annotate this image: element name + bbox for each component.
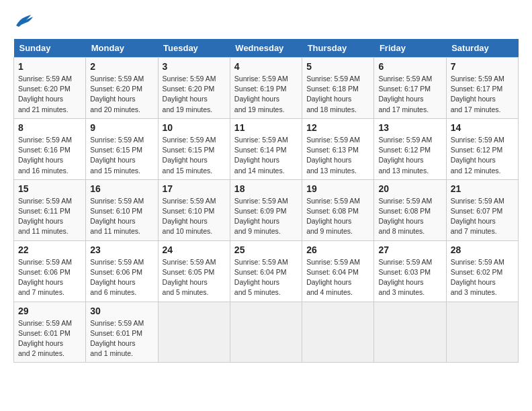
calendar-cell: 28 Sunrise: 5:59 AM Sunset: 6:02 PM Dayl… bbox=[446, 240, 518, 302]
calendar-header-thursday: Thursday bbox=[302, 39, 374, 58]
day-number: 30 bbox=[90, 306, 153, 316]
calendar-week-3: 15 Sunrise: 5:59 AM Sunset: 6:11 PM Dayl… bbox=[14, 179, 519, 240]
day-number: 13 bbox=[378, 122, 441, 133]
calendar-week-1: 1 Sunrise: 5:59 AM Sunset: 6:20 PM Dayli… bbox=[14, 58, 519, 119]
calendar-cell: 22 Sunrise: 5:59 AM Sunset: 6:06 PM Dayl… bbox=[14, 240, 86, 302]
day-number: 11 bbox=[234, 122, 298, 133]
calendar-cell: 20 Sunrise: 5:59 AM Sunset: 6:08 PM Dayl… bbox=[374, 179, 446, 240]
day-number: 18 bbox=[234, 183, 298, 194]
calendar-cell bbox=[446, 302, 518, 363]
day-number: 27 bbox=[378, 244, 441, 255]
day-info: Sunrise: 5:59 AM Sunset: 6:13 PM Dayligh… bbox=[306, 135, 369, 176]
calendar-cell: 23 Sunrise: 5:59 AM Sunset: 6:06 PM Dayl… bbox=[86, 240, 158, 302]
calendar-cell: 16 Sunrise: 5:59 AM Sunset: 6:10 PM Dayl… bbox=[86, 179, 158, 240]
calendar-cell bbox=[230, 302, 302, 363]
day-info: Sunrise: 5:59 AM Sunset: 6:07 PM Dayligh… bbox=[451, 196, 514, 237]
day-info: Sunrise: 5:59 AM Sunset: 6:15 PM Dayligh… bbox=[163, 135, 226, 176]
day-info: Sunrise: 5:59 AM Sunset: 6:05 PM Dayligh… bbox=[163, 257, 226, 298]
calendar-cell: 13 Sunrise: 5:59 AM Sunset: 6:12 PM Dayl… bbox=[374, 118, 446, 179]
day-info: Sunrise: 5:59 AM Sunset: 6:01 PM Dayligh… bbox=[90, 318, 153, 359]
day-info: Sunrise: 5:59 AM Sunset: 6:04 PM Dayligh… bbox=[234, 257, 298, 298]
day-number: 23 bbox=[90, 244, 153, 255]
day-number: 4 bbox=[234, 61, 298, 72]
calendar-cell: 11 Sunrise: 5:59 AM Sunset: 6:14 PM Dayl… bbox=[230, 118, 302, 179]
day-number: 5 bbox=[306, 61, 369, 72]
day-number: 6 bbox=[378, 61, 441, 72]
day-info: Sunrise: 5:59 AM Sunset: 6:02 PM Dayligh… bbox=[451, 257, 514, 298]
day-info: Sunrise: 5:59 AM Sunset: 6:20 PM Dayligh… bbox=[18, 74, 81, 115]
calendar-cell: 18 Sunrise: 5:59 AM Sunset: 6:09 PM Dayl… bbox=[230, 179, 302, 240]
day-info: Sunrise: 5:59 AM Sunset: 6:18 PM Dayligh… bbox=[306, 74, 369, 115]
calendar-header-friday: Friday bbox=[374, 39, 446, 58]
day-info: Sunrise: 5:59 AM Sunset: 6:17 PM Dayligh… bbox=[378, 74, 441, 115]
calendar-header-wednesday: Wednesday bbox=[230, 39, 302, 58]
day-number: 20 bbox=[378, 183, 441, 194]
day-info: Sunrise: 5:59 AM Sunset: 6:20 PM Dayligh… bbox=[90, 74, 153, 115]
calendar-table: SundayMondayTuesdayWednesdayThursdayFrid… bbox=[13, 39, 519, 363]
calendar-cell bbox=[374, 302, 446, 363]
day-number: 2 bbox=[90, 61, 153, 72]
calendar-header-saturday: Saturday bbox=[446, 39, 518, 58]
day-number: 9 bbox=[90, 122, 153, 133]
day-number: 8 bbox=[18, 122, 81, 133]
calendar-week-5: 29 Sunrise: 5:59 AM Sunset: 6:01 PM Dayl… bbox=[14, 302, 519, 363]
day-number: 15 bbox=[18, 183, 81, 194]
day-number: 26 bbox=[306, 244, 369, 255]
day-number: 28 bbox=[451, 244, 514, 255]
day-number: 16 bbox=[90, 183, 153, 194]
day-number: 3 bbox=[163, 61, 226, 72]
day-number: 17 bbox=[163, 183, 226, 194]
calendar-week-2: 8 Sunrise: 5:59 AM Sunset: 6:16 PM Dayli… bbox=[14, 118, 519, 179]
calendar-cell: 30 Sunrise: 5:59 AM Sunset: 6:01 PM Dayl… bbox=[86, 302, 158, 363]
day-info: Sunrise: 5:59 AM Sunset: 6:04 PM Dayligh… bbox=[306, 257, 369, 298]
calendar-cell: 17 Sunrise: 5:59 AM Sunset: 6:10 PM Dayl… bbox=[158, 179, 230, 240]
calendar-header-sunday: Sunday bbox=[14, 39, 86, 58]
calendar-cell: 5 Sunrise: 5:59 AM Sunset: 6:18 PM Dayli… bbox=[302, 58, 374, 119]
day-info: Sunrise: 5:59 AM Sunset: 6:08 PM Dayligh… bbox=[306, 196, 369, 237]
calendar-cell: 29 Sunrise: 5:59 AM Sunset: 6:01 PM Dayl… bbox=[14, 302, 86, 363]
calendar-cell: 10 Sunrise: 5:59 AM Sunset: 6:15 PM Dayl… bbox=[158, 118, 230, 179]
day-number: 1 bbox=[18, 61, 81, 72]
calendar-cell: 8 Sunrise: 5:59 AM Sunset: 6:16 PM Dayli… bbox=[14, 118, 86, 179]
day-number: 22 bbox=[18, 244, 81, 255]
day-number: 10 bbox=[163, 122, 226, 133]
day-info: Sunrise: 5:59 AM Sunset: 6:06 PM Dayligh… bbox=[90, 257, 153, 298]
day-info: Sunrise: 5:59 AM Sunset: 6:12 PM Dayligh… bbox=[378, 135, 441, 176]
day-info: Sunrise: 5:59 AM Sunset: 6:16 PM Dayligh… bbox=[18, 135, 81, 176]
calendar-cell: 15 Sunrise: 5:59 AM Sunset: 6:11 PM Dayl… bbox=[14, 179, 86, 240]
day-info: Sunrise: 5:59 AM Sunset: 6:03 PM Dayligh… bbox=[378, 257, 441, 298]
calendar-cell: 4 Sunrise: 5:59 AM Sunset: 6:19 PM Dayli… bbox=[230, 58, 302, 119]
calendar-cell: 1 Sunrise: 5:59 AM Sunset: 6:20 PM Dayli… bbox=[14, 58, 86, 119]
calendar-cell: 21 Sunrise: 5:59 AM Sunset: 6:07 PM Dayl… bbox=[446, 179, 518, 240]
day-number: 7 bbox=[451, 61, 514, 72]
day-info: Sunrise: 5:59 AM Sunset: 6:10 PM Dayligh… bbox=[163, 196, 226, 237]
day-number: 12 bbox=[306, 122, 369, 133]
day-info: Sunrise: 5:59 AM Sunset: 6:17 PM Dayligh… bbox=[451, 74, 514, 115]
calendar-cell: 25 Sunrise: 5:59 AM Sunset: 6:04 PM Dayl… bbox=[230, 240, 302, 302]
calendar-cell: 3 Sunrise: 5:59 AM Sunset: 6:20 PM Dayli… bbox=[158, 58, 230, 119]
day-info: Sunrise: 5:59 AM Sunset: 6:11 PM Dayligh… bbox=[18, 196, 81, 237]
calendar-cell: 24 Sunrise: 5:59 AM Sunset: 6:05 PM Dayl… bbox=[158, 240, 230, 302]
day-number: 29 bbox=[18, 306, 81, 316]
calendar-cell: 19 Sunrise: 5:59 AM Sunset: 6:08 PM Dayl… bbox=[302, 179, 374, 240]
logo bbox=[13, 13, 34, 28]
calendar-cell bbox=[158, 302, 230, 363]
day-info: Sunrise: 5:59 AM Sunset: 6:15 PM Dayligh… bbox=[90, 135, 153, 176]
day-number: 21 bbox=[451, 183, 514, 194]
calendar-cell: 27 Sunrise: 5:59 AM Sunset: 6:03 PM Dayl… bbox=[374, 240, 446, 302]
calendar-cell: 6 Sunrise: 5:59 AM Sunset: 6:17 PM Dayli… bbox=[374, 58, 446, 119]
day-info: Sunrise: 5:59 AM Sunset: 6:01 PM Dayligh… bbox=[18, 318, 81, 359]
calendar-cell: 7 Sunrise: 5:59 AM Sunset: 6:17 PM Dayli… bbox=[446, 58, 518, 119]
calendar-cell: 9 Sunrise: 5:59 AM Sunset: 6:15 PM Dayli… bbox=[86, 118, 158, 179]
day-info: Sunrise: 5:59 AM Sunset: 6:06 PM Dayligh… bbox=[18, 257, 81, 298]
day-number: 25 bbox=[234, 244, 298, 255]
day-number: 24 bbox=[163, 244, 226, 255]
day-info: Sunrise: 5:59 AM Sunset: 6:20 PM Dayligh… bbox=[163, 74, 226, 115]
day-info: Sunrise: 5:59 AM Sunset: 6:09 PM Dayligh… bbox=[234, 196, 298, 237]
calendar-cell bbox=[302, 302, 374, 363]
calendar-cell: 2 Sunrise: 5:59 AM Sunset: 6:20 PM Dayli… bbox=[86, 58, 158, 119]
calendar-header-row: SundayMondayTuesdayWednesdayThursdayFrid… bbox=[14, 39, 519, 58]
day-info: Sunrise: 5:59 AM Sunset: 6:10 PM Dayligh… bbox=[90, 196, 153, 237]
calendar-cell: 26 Sunrise: 5:59 AM Sunset: 6:04 PM Dayl… bbox=[302, 240, 374, 302]
day-info: Sunrise: 5:59 AM Sunset: 6:12 PM Dayligh… bbox=[451, 135, 514, 176]
